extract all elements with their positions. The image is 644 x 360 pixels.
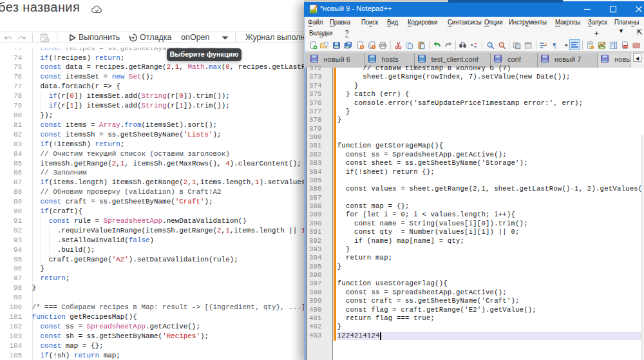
svg-text:¶: ¶ — [553, 42, 556, 49]
svg-text:a: a — [470, 42, 473, 46]
svg-text:b: b — [474, 45, 477, 49]
svg-text:PDF: PDF — [623, 45, 629, 48]
